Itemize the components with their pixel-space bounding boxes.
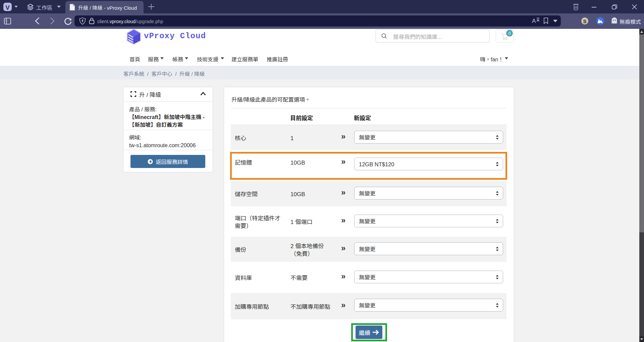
- svg-text:A: A: [532, 18, 536, 24]
